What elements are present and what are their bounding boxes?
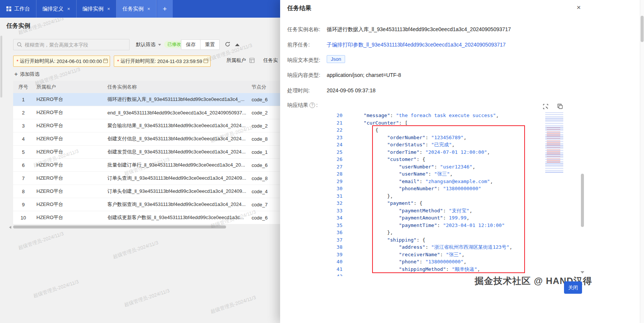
table-cell: 4 (13, 136, 33, 142)
table-row[interactable]: 2HZERO平台end_ll_93e4531113bf4edd99c3ce0ee… (13, 106, 280, 119)
code-line: 41 "shippingMethod": "顺丰快递", (326, 266, 578, 273)
pre-task-link[interactable]: 子编排打印参数_ll_93e4531113bf4edd99c3ce0eecd1a… (327, 42, 506, 48)
collapse-filters-icon[interactable] (235, 44, 240, 46)
table-cell: code_6 (249, 162, 280, 168)
close-tab-icon[interactable]: × (107, 6, 110, 12)
reset-button[interactable]: 重置 (200, 39, 220, 50)
tab-task-instance[interactable]: 任务实例 × (116, 0, 157, 18)
table-cell: code_1 (249, 149, 280, 155)
date-from-label: 运行开始时间从: (20, 58, 56, 65)
add-filter-button[interactable]: + 添加筛选 (14, 71, 39, 78)
close-drawer-icon[interactable]: × (575, 3, 583, 12)
code-line: 39 "receiverName": "张三", (326, 251, 578, 258)
select-region-icon[interactable] (543, 104, 549, 111)
json-type-tag: Json (327, 55, 345, 63)
code-line: 32 "payment": { (326, 200, 578, 207)
drawer-title: 任务结果 (287, 5, 311, 12)
tenant-filter[interactable]: 所属租户 (226, 57, 255, 64)
code-line: 37 "shipping": { (326, 236, 578, 244)
table-row[interactable]: 10HZERO平台创建或更新客户数据_ll_93e4531113bf4edd99… (13, 211, 280, 224)
code-line: 38 "address": "浙江省杭州市西湖区某街道123号", (326, 243, 578, 251)
plus-icon: + (14, 71, 18, 77)
copy-icon[interactable] (557, 104, 563, 110)
close-button[interactable]: 关闭 (564, 281, 582, 294)
save-button[interactable]: 保存 (181, 39, 201, 50)
help-icon[interactable]: ? (309, 102, 315, 108)
code-line: 34 "paymentAmount": 199.99, (326, 214, 578, 222)
close-tab-icon[interactable]: × (147, 6, 150, 12)
table-cell: HZERO平台 (33, 162, 104, 168)
table-cell: code_6 (249, 215, 280, 221)
code-line: 29 "email": "zhangsan@example.com", (326, 178, 578, 185)
horizontal-scrollbar-thumb[interactable] (13, 225, 226, 228)
table-row[interactable]: 6HZERO平台批量创建订单行_ll_93e4531113bf4edd99c3c… (13, 159, 280, 172)
table-row[interactable]: 5HZERO平台创建发货信息_ll_93e4531113bf4edd99c3ce… (13, 146, 280, 159)
table-header: 序号 所属租户 任务实例名称 节点分 (13, 81, 280, 93)
col-tenant[interactable]: 所属租户 (33, 84, 104, 90)
table-cell: HZERO平台 (33, 135, 104, 142)
editor-scroll-down-arrow[interactable] (581, 271, 584, 273)
tab-label: 工作台 (14, 6, 30, 12)
required-mark: * (17, 59, 18, 64)
run-start-from-field[interactable]: * 运行开始时间从: 2024-06-01 00:00:00 (13, 56, 110, 67)
watermark-text: 超级管理员-2024/11/3 (210, 294, 257, 315)
fuzzy-search-box[interactable] (13, 39, 130, 50)
tab-label: 任务实例 (122, 6, 143, 12)
col-name[interactable]: 任务实例名称 (104, 84, 249, 90)
code-viewport[interactable]: 20 "message": "the foreach task execute … (326, 112, 578, 276)
watermark-text: 超级管理员-2024/11/3 (32, 278, 80, 299)
table-row[interactable]: 9HZERO平台客户数据查询_ll_93e4531113bf4edd99c3ce… (13, 198, 280, 211)
col-seq[interactable]: 序号 (13, 84, 33, 90)
table-cell: 9 (13, 202, 33, 207)
code-line: 26 "customer": { (326, 156, 578, 163)
code-line: 31 }, (326, 192, 578, 200)
watermark-text: 超级管理员-2024/11/3 (112, 239, 159, 260)
table-cell: 聚合输出结果_ll_93e4531113bf4edd99c3ce0eecd1a3… (104, 122, 249, 129)
col-node[interactable]: 节点分 (249, 84, 280, 90)
code-line: 25 "orderTime": "2024-07-01 12:00:00", (326, 149, 578, 156)
table-cell: 创建支付信息_ll_93e4531113bf4edd99c3ce0eecd1a3… (104, 135, 249, 142)
refresh-icon[interactable] (225, 41, 231, 48)
editor-scrollbar-thumb[interactable] (581, 174, 584, 227)
calendar-icon[interactable] (203, 58, 208, 65)
truncated-filter[interactable]: 任务实 (263, 57, 280, 64)
table-cell: 7 (13, 176, 33, 181)
tab-workbench[interactable]: 工作台 (0, 0, 36, 18)
minimap[interactable] (545, 113, 563, 173)
json-result-editor[interactable]: 20 "message": "the foreach task execute … (326, 100, 584, 277)
left-panel-scrollbar[interactable] (0, 36, 2, 98)
tab-orchestration-instance[interactable]: 编排实例 × (77, 0, 117, 18)
workbench-grid-icon (6, 6, 12, 12)
preset-filter-select[interactable]: 默认筛选 (136, 39, 161, 50)
task-instance-panel: 任务实例 默认筛选 已修改 保存 重置 * 运行开始时间从: 2024-06-0… (0, 18, 280, 323)
add-tab-button[interactable]: + (157, 0, 173, 18)
search-input[interactable] (25, 42, 126, 48)
scroll-left-arrow-icon[interactable] (9, 226, 11, 229)
task-name-value: 循环进行数据入库_ll_93e4531113bf4edd99c3ce0eecd1… (327, 26, 511, 33)
table-row[interactable]: 3HZERO平台聚合输出结果_ll_93e4531113bf4edd99c3ce… (13, 119, 280, 132)
calendar-icon[interactable] (103, 58, 108, 65)
tenant-table-icon (249, 58, 255, 63)
table-cell: HZERO平台 (33, 188, 104, 195)
tab-orchestration-definition[interactable]: 编排定义 × (36, 0, 77, 18)
table-cell: code_6 (249, 97, 280, 102)
table-body: 1HZERO平台循环进行数据入库_ll_93e4531113bf4edd99c3… (13, 93, 280, 224)
table-cell: 循环进行数据入库_ll_93e4531113bf4edd99c3ce0eecd1… (104, 96, 249, 103)
response-result-colon: : (316, 102, 318, 108)
process-time-value: 2024-09-05 09:37:18 (327, 87, 376, 93)
page-scrollbar[interactable] (640, 0, 644, 323)
table-row[interactable]: 1HZERO平台循环进行数据入库_ll_93e4531113bf4edd99c3… (13, 93, 280, 106)
table-cell: 创建或更新客户数据_ll_93e4531113bf4edd99c3ce0eecd… (104, 214, 249, 221)
page-scrollbar-thumb[interactable] (641, 16, 644, 42)
code-line: 22 { (326, 126, 578, 134)
minimap-red-marks (547, 128, 560, 164)
table-row[interactable]: 8HZERO平台订单头创建_ll_93e4531113bf4edd99c3ce0… (13, 185, 280, 198)
table-row[interactable]: 7HZERO平台订单头查询_ll_93e4531113bf4edd99c3ce0… (13, 172, 280, 185)
code-line: 30 "phoneNumber": "13800000000" (326, 185, 578, 192)
watermark-text: 超级管理员-2024/11/3 (123, 287, 170, 308)
run-start-to-field[interactable]: * 运行开始时间至: 2024-11-03 23:59:59 (114, 56, 211, 67)
table-cell: code_2 (249, 123, 280, 129)
table-row[interactable]: 4HZERO平台创建支付信息_ll_93e4531113bf4edd99c3ce… (13, 132, 280, 146)
horizontal-scrollbar[interactable] (3, 225, 277, 229)
close-tab-icon[interactable]: × (67, 6, 70, 12)
